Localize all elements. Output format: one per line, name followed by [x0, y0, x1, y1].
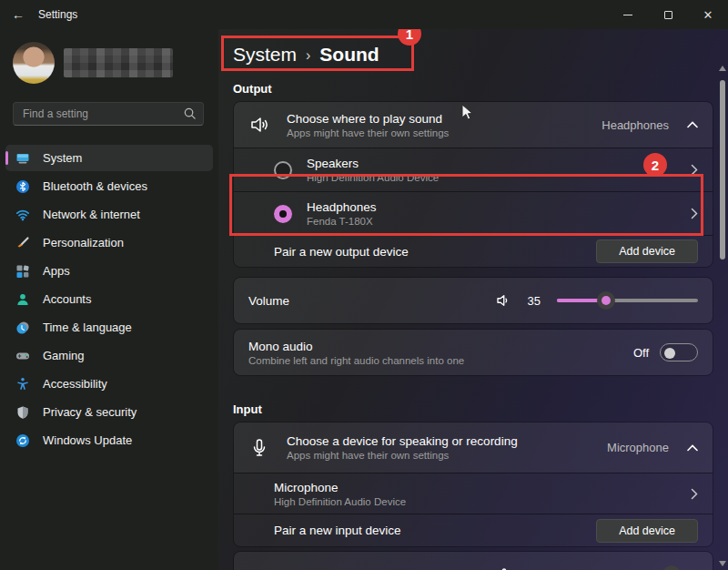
apps-icon [15, 264, 30, 279]
input-expander-row[interactable]: Choose a device for speaking or recordin… [234, 422, 713, 473]
speaker-small-icon[interactable] [495, 292, 511, 309]
output-expander-subtitle: Apps might have their own settings [287, 127, 449, 138]
breadcrumb: System › Sound [233, 38, 713, 71]
add-output-device-button[interactable]: Add device [596, 239, 698, 263]
breadcrumb-system-link[interactable]: System [233, 44, 297, 66]
back-arrow-icon: ← [12, 7, 25, 22]
sidebar-item-label: Privacy & security [43, 405, 136, 419]
scrollbar-down-arrow[interactable] [719, 561, 726, 566]
sidebar-item-windows-update[interactable]: Windows Update [5, 427, 213, 453]
device-name: Microphone [274, 481, 406, 494]
sidebar: System Bluetooth & devices Network & int… [0, 29, 218, 570]
scrollbar-thumb[interactable] [720, 80, 725, 260]
input-volume-card: Volume 81 [233, 551, 713, 570]
input-expander-subtitle: Apps might have their own settings [287, 450, 518, 461]
toggle-knob [664, 348, 675, 359]
input-volume-slider[interactable] [557, 565, 698, 570]
sidebar-item-accessibility[interactable]: Accessibility [5, 371, 213, 397]
wifi-icon [15, 208, 30, 222]
output-volume-slider[interactable] [557, 291, 698, 310]
minimize-icon [623, 15, 632, 15]
slider-thumb[interactable] [662, 565, 681, 570]
mono-audio-row: Mono audio Combine left and right audio … [234, 330, 713, 375]
device-row-speakers[interactable]: Speakers High Definition Audio Device [234, 148, 713, 191]
maximize-icon [664, 11, 672, 19]
gamepad-icon [15, 349, 30, 363]
device-desc: High Definition Audio Device [274, 496, 406, 507]
sidebar-item-label: Apps [43, 264, 70, 278]
brush-icon [15, 236, 30, 250]
chevron-right-icon[interactable] [691, 488, 698, 500]
titlebar: ← Settings ✕ [0, 0, 728, 29]
scrollbar-up-arrow[interactable] [719, 66, 726, 71]
shield-icon [15, 405, 30, 420]
microphone-icon [248, 437, 270, 459]
breadcrumb-separator: › [306, 46, 310, 64]
chevron-right-icon[interactable] [691, 164, 698, 176]
output-expander-title: Choose where to play sound [287, 112, 449, 126]
search-icon [183, 107, 197, 120]
pair-output-row: Pair a new output device Add device [234, 235, 713, 267]
system-icon [15, 151, 30, 166]
input-volume-row: Volume 81 [234, 552, 713, 570]
window-title: Settings [38, 8, 77, 21]
output-selected-device-value: Headphones [602, 118, 669, 132]
chevron-up-icon[interactable] [687, 444, 698, 452]
device-desc: Fenda T-180X [307, 216, 377, 227]
input-section-label: Input [233, 402, 713, 415]
output-volume-card: Volume 35 [233, 277, 713, 324]
speakers-radio[interactable] [274, 161, 292, 179]
sidebar-item-label: Accounts [43, 292, 91, 306]
sidebar-item-apps[interactable]: Apps [5, 258, 213, 284]
output-expander-row[interactable]: Choose where to play sound Apps might ha… [234, 102, 713, 148]
maximize-button[interactable] [648, 0, 688, 29]
sidebar-item-network-internet[interactable]: Network & internet [5, 201, 213, 228]
pair-output-label: Pair a new output device [274, 245, 409, 259]
close-button[interactable]: ✕ [688, 0, 728, 29]
sidebar-item-label: Time & language [43, 321, 132, 334]
microphone-small-icon[interactable] [497, 566, 511, 570]
annotation-badge-2: 2 [643, 153, 667, 177]
output-section-label: Output [233, 82, 713, 95]
person-icon [15, 292, 30, 307]
sidebar-item-gaming[interactable]: Gaming [5, 342, 213, 369]
sidebar-item-accounts[interactable]: Accounts [5, 286, 213, 312]
device-row-headphones[interactable]: Headphones Fenda T-180X [234, 191, 713, 235]
sidebar-item-bluetooth-devices[interactable]: Bluetooth & devices [5, 173, 213, 199]
device-row-microphone[interactable]: Microphone High Definition Audio Device [234, 473, 713, 514]
mono-audio-toggle[interactable] [660, 343, 698, 361]
chevron-up-icon[interactable] [687, 121, 698, 128]
search-input[interactable] [13, 102, 204, 126]
sidebar-item-label: Gaming [43, 349, 85, 362]
slider-thumb[interactable] [597, 291, 615, 310]
volume-label: Volume [248, 294, 289, 308]
input-selected-device-value: Microphone [607, 441, 669, 454]
account-profile[interactable] [13, 42, 218, 84]
sidebar-item-privacy-security[interactable]: Privacy & security [5, 399, 213, 425]
minimize-button[interactable] [608, 0, 648, 29]
bluetooth-icon [15, 179, 30, 194]
device-desc: High Definition Audio Device [307, 172, 439, 183]
sidebar-item-label: Windows Update [43, 433, 132, 447]
input-expander-title: Choose a device for speaking or recordin… [287, 434, 518, 448]
pair-input-label: Pair a new input device [274, 524, 401, 537]
chevron-right-icon[interactable] [691, 208, 698, 219]
mono-audio-state: Off [633, 346, 649, 360]
sidebar-item-label: Accessibility [43, 377, 107, 391]
sidebar-nav: System Bluetooth & devices Network & int… [5, 145, 213, 453]
page-title: Sound [319, 44, 379, 66]
sidebar-item-time-language[interactable]: Time & language [5, 314, 213, 341]
sidebar-item-personalization[interactable]: Personalization [5, 229, 213, 256]
pair-input-row: Pair a new input device Add device [234, 514, 713, 546]
sidebar-item-system[interactable]: System [5, 145, 213, 171]
avatar [13, 42, 55, 84]
mono-audio-card: Mono audio Combine left and right audio … [233, 329, 713, 376]
headphones-radio[interactable] [274, 205, 292, 223]
add-input-device-button[interactable]: Add device [596, 519, 698, 543]
mono-audio-title: Mono audio [248, 340, 464, 353]
output-device-card: Choose where to play sound Apps might ha… [233, 101, 713, 268]
close-icon: ✕ [703, 9, 713, 21]
device-name: Speakers [307, 157, 439, 170]
output-volume-row: Volume 35 [234, 278, 713, 323]
back-button[interactable]: ← [0, 0, 36, 29]
